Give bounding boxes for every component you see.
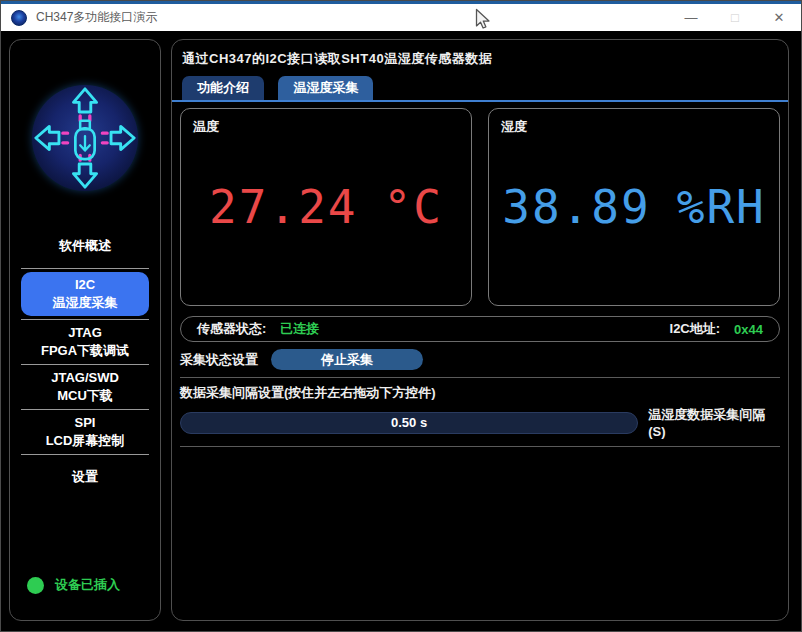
device-status-text: 设备已插入 xyxy=(55,576,120,594)
sidebar-item-label: 软件概述 xyxy=(59,237,111,255)
i2c-address-value: 0x44 xyxy=(734,322,763,337)
window-controls: — □ ✕ xyxy=(669,4,801,31)
collect-state-row: 采集状态设置 停止采集 xyxy=(180,349,780,370)
humidity-unit: %RH xyxy=(677,180,766,234)
humidity-number: 38.89 xyxy=(502,180,650,234)
humidity-value: 38.89 %RH xyxy=(502,180,766,234)
tab-underline xyxy=(172,100,788,102)
i2c-address-label: I2C地址: xyxy=(670,320,721,338)
humidity-card: 湿度 38.89 %RH xyxy=(488,108,780,306)
interval-slider-row: 0.50 s 温湿度数据采集间隔(S) xyxy=(180,406,780,439)
collect-state-label: 采集状态设置 xyxy=(180,351,258,369)
sidebar-item-label: 设置 xyxy=(72,468,98,486)
interval-unit-label: 温湿度数据采集间隔(S) xyxy=(648,406,780,439)
sensor-status-label: 传感器状态: xyxy=(197,320,266,338)
minimize-button[interactable]: — xyxy=(669,4,713,31)
usb-neon-logo-icon xyxy=(31,84,139,192)
maximize-button[interactable]: □ xyxy=(713,4,757,31)
sensor-status-pair: 传感器状态: 已连接 xyxy=(197,320,319,338)
temperature-card: 温度 27.24 °C xyxy=(180,108,472,306)
sidebar-item-label: JTAG xyxy=(68,324,102,342)
sidebar: 软件概述 I2C 温湿度采集 JTAG FPGA下载调试 JTAG/SWD MC… xyxy=(9,39,161,621)
interval-slider[interactable]: 0.50 s xyxy=(180,412,638,434)
temperature-unit: °C xyxy=(384,180,443,234)
sidebar-menu: 软件概述 I2C 温湿度采集 JTAG FPGA下载调试 JTAG/SWD MC… xyxy=(10,224,160,499)
i2c-address-pair: I2C地址: 0x44 xyxy=(670,320,763,338)
sidebar-item-label: SPI xyxy=(75,414,96,432)
window-title: CH347多功能接口演示 xyxy=(36,9,157,26)
sidebar-item-overview[interactable]: 软件概述 xyxy=(10,224,160,268)
sidebar-divider xyxy=(21,268,149,269)
sidebar-item-label: LCD屏幕控制 xyxy=(46,432,125,450)
title-bar[interactable]: CH347多功能接口演示 — □ ✕ xyxy=(1,4,801,31)
sidebar-item-label: FPGA下载调试 xyxy=(41,342,129,360)
tab-bar: 功能介绍 温湿度采集 xyxy=(180,76,780,100)
readout-cards: 温度 27.24 °C 湿度 38.89 %RH xyxy=(180,108,780,306)
humidity-label: 湿度 xyxy=(501,118,527,136)
sidebar-item-label: I2C xyxy=(75,276,95,294)
sidebar-item-label: JTAG/SWD xyxy=(51,369,119,387)
sidebar-item-spi-lcd[interactable]: SPI LCD屏幕控制 xyxy=(10,410,160,454)
sidebar-item-label: 温湿度采集 xyxy=(53,294,118,312)
sidebar-item-jtag-swd-mcu[interactable]: JTAG/SWD MCU下载 xyxy=(10,365,160,409)
stop-collect-button[interactable]: 停止采集 xyxy=(271,349,423,370)
divider xyxy=(180,446,780,447)
sidebar-item-label: MCU下载 xyxy=(57,387,113,405)
tab-temp-humidity-collect[interactable]: 温湿度采集 xyxy=(278,76,373,100)
divider xyxy=(180,377,780,378)
interval-setting-label: 数据采集间隔设置(按住并左右拖动下方控件) xyxy=(180,384,780,402)
device-status: 设备已插入 xyxy=(10,576,160,594)
sensor-status-value: 已连接 xyxy=(280,320,319,338)
tab-function-intro[interactable]: 功能介绍 xyxy=(182,76,264,100)
page-title: 通过CH347的I2C接口读取SHT40温湿度传感器数据 xyxy=(180,48,780,68)
close-button[interactable]: ✕ xyxy=(757,4,801,31)
sidebar-item-i2c-temp-humidity[interactable]: I2C 温湿度采集 xyxy=(21,272,149,316)
sensor-status-bar: 传感器状态: 已连接 I2C地址: 0x44 xyxy=(180,316,780,342)
app-window: CH347多功能接口演示 — □ ✕ xyxy=(0,0,802,632)
app-body: 软件概述 I2C 温湿度采集 JTAG FPGA下载调试 JTAG/SWD MC… xyxy=(1,31,801,632)
mouse-cursor-icon xyxy=(471,7,493,32)
device-connected-dot-icon xyxy=(27,577,44,594)
app-icon xyxy=(11,10,27,26)
temperature-number: 27.24 xyxy=(209,180,357,234)
temperature-value: 27.24 °C xyxy=(209,180,443,234)
temperature-label: 温度 xyxy=(193,118,219,136)
main-panel: 通过CH347的I2C接口读取SHT40温湿度传感器数据 功能介绍 温湿度采集 … xyxy=(171,39,789,621)
sidebar-item-jtag-fpga[interactable]: JTAG FPGA下载调试 xyxy=(10,320,160,364)
sidebar-item-settings[interactable]: 设置 xyxy=(10,455,160,499)
